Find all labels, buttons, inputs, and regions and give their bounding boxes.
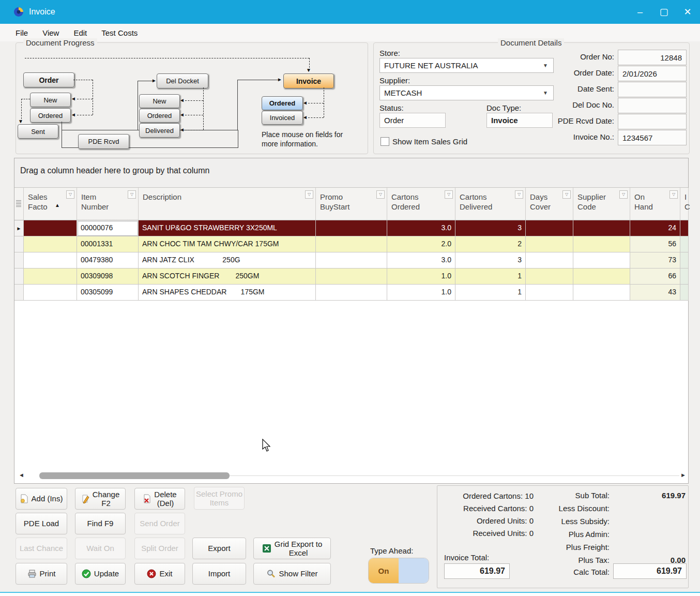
cell-supplier[interactable] (573, 269, 630, 285)
cell-desc[interactable]: ARN JATZ CLIX 250G (139, 252, 316, 269)
add-button[interactable]: Add (Ins) (16, 488, 67, 510)
filter-icon[interactable]: ▽ (128, 190, 136, 199)
group-by-area[interactable]: Drag a column header here to group by th… (14, 158, 688, 188)
table-row[interactable]: 00001331ARN CHOC TIM TAM CHWY/CAR 175GM2… (14, 236, 689, 252)
cell-cart_del[interactable]: 1 (455, 285, 526, 301)
cell-promo[interactable] (316, 236, 387, 252)
node-docket-new[interactable]: New (139, 94, 180, 108)
table-row[interactable]: ►00000076SANIT UP&GO STRAWBERRY 3X250ML3… (14, 220, 689, 236)
node-invoice-ordered[interactable]: Ordered (262, 96, 303, 110)
cell-sales[interactable] (24, 285, 77, 301)
column-header-partial[interactable]: IC (680, 188, 689, 220)
column-header-item[interactable]: ItemNumber▽ (77, 188, 139, 220)
filter-icon[interactable]: ▽ (445, 190, 453, 199)
cell-partial[interactable] (680, 285, 689, 301)
filter-icon[interactable]: ▽ (619, 190, 628, 199)
update-button[interactable]: Update (75, 563, 126, 585)
node-del-docket[interactable]: Del Docket (157, 73, 208, 88)
toggle-on-segment[interactable]: On (369, 558, 399, 583)
menu-item-view[interactable]: View (42, 28, 59, 37)
cell-sales[interactable] (24, 252, 77, 269)
filter-icon[interactable]: ▽ (376, 190, 385, 199)
node-invoiced[interactable]: Invoiced (262, 111, 303, 125)
find-button[interactable]: Find F9 (75, 513, 126, 534)
column-header-cart_del[interactable]: CartonsDelivered▽ (455, 188, 526, 220)
cell-item[interactable]: 00001331 (77, 236, 139, 252)
pde-load-button[interactable]: PDE Load (16, 513, 67, 534)
cell-days[interactable] (526, 285, 573, 301)
export-button[interactable]: Export (192, 538, 246, 559)
cell-on_hand[interactable]: 24 (630, 220, 680, 236)
cell-promo[interactable] (316, 285, 387, 301)
filter-icon[interactable]: ▽ (515, 190, 523, 199)
import-button[interactable]: Import (192, 563, 246, 585)
cell-desc[interactable]: ARN SHAPES CHEDDAR 175GM (139, 285, 316, 301)
cell-supplier[interactable] (573, 220, 630, 236)
menu-item-file[interactable]: File (16, 28, 28, 37)
toggle-off-segment[interactable] (399, 558, 429, 583)
filter-icon[interactable]: ▽ (669, 190, 678, 199)
grid-export-button[interactable]: Grid Export to Excel (253, 538, 331, 559)
cell-supplier[interactable] (573, 285, 630, 301)
cell-on_hand[interactable]: 56 (630, 236, 680, 252)
node-order-sent[interactable]: Sent (18, 124, 58, 139)
cell-cart_del[interactable]: 2 (455, 236, 526, 252)
cell-supplier[interactable] (573, 252, 630, 269)
node-invoice[interactable]: Invoice (283, 73, 334, 88)
node-order[interactable]: Order (23, 72, 74, 87)
node-docket-delivered[interactable]: Delivered (139, 123, 180, 138)
cell-item[interactable]: 00309098 (77, 269, 139, 285)
cell-promo[interactable] (316, 220, 387, 236)
print-button[interactable]: Print (16, 563, 67, 585)
column-header-on_hand[interactable]: OnHand▽ (630, 188, 680, 220)
cell-cart_ord[interactable]: 2.0 (387, 236, 455, 252)
cell-item[interactable]: 00305099 (77, 285, 139, 301)
column-header-sales[interactable]: SalesFacto▽▲ (24, 188, 77, 220)
cell-cart_del[interactable]: 3 (455, 220, 526, 236)
exit-button[interactable]: Exit (134, 563, 185, 585)
table-row[interactable]: 00479380ARN JATZ CLIX 250G3.0373 (14, 252, 689, 269)
cell-cart_ord[interactable]: 3.0 (387, 220, 455, 236)
column-header-promo[interactable]: PromoBuyStart▽ (316, 188, 387, 220)
cell-desc[interactable]: ARN SCOTCH FINGER 250GM (139, 269, 316, 285)
cell-cart_del[interactable]: 3 (455, 252, 526, 269)
cell-days[interactable] (526, 220, 573, 236)
cell-days[interactable] (526, 269, 573, 285)
cell-desc[interactable]: SANIT UP&GO STRAWBERRY 3X250ML (139, 220, 316, 236)
cell-cart_ord[interactable]: 1.0 (387, 269, 455, 285)
node-pde-rcvd[interactable]: PDE Rcvd (78, 134, 129, 149)
order-no-field[interactable]: 12848 (618, 50, 687, 65)
type-ahead-toggle[interactable]: On (368, 558, 429, 584)
cell-sales[interactable] (24, 236, 77, 252)
menu-item-edit[interactable]: Edit (73, 28, 87, 37)
scroll-left-icon[interactable]: ◄ (19, 472, 24, 478)
scroll-right-icon[interactable]: ► (680, 472, 686, 478)
menu-item-test-costs[interactable]: Test Costs (101, 28, 138, 37)
status-field[interactable]: Order (379, 113, 446, 128)
cell-partial[interactable] (680, 236, 689, 252)
show-filter-button[interactable]: Show Filter (253, 563, 331, 585)
node-docket-ordered[interactable]: Ordered (139, 109, 180, 123)
filter-icon[interactable]: ▽ (66, 190, 74, 199)
column-header-supplier[interactable]: SupplierCode▽ (573, 188, 630, 220)
node-order-new[interactable]: New (30, 93, 71, 107)
cell-cart_del[interactable]: 1 (455, 269, 526, 285)
order-date-field[interactable]: 2/01/2026 (618, 66, 687, 81)
cell-supplier[interactable] (573, 236, 630, 252)
cell-desc[interactable]: ARN CHOC TIM TAM CHWY/CAR 175GM (139, 236, 316, 252)
cell-days[interactable] (526, 236, 573, 252)
del-doc-no-field[interactable] (618, 98, 687, 113)
cell-cart_ord[interactable]: 3.0 (387, 252, 455, 269)
cell-item[interactable]: 00000076 (77, 220, 139, 236)
table-row[interactable]: 00309098ARN SCOTCH FINGER 250GM1.0166 (14, 269, 689, 285)
del-button[interactable]: Delete (Del) (134, 488, 185, 510)
node-order-ordered[interactable]: Ordered (30, 108, 71, 123)
cell-promo[interactable] (316, 269, 387, 285)
change-button[interactable]: Change F2 (75, 488, 126, 510)
cell-sales[interactable] (24, 269, 77, 285)
chevron-down-icon[interactable]: ▼ (543, 63, 548, 68)
filter-icon[interactable]: ▽ (305, 190, 313, 199)
cell-partial[interactable] (680, 252, 689, 269)
cell-sales[interactable] (24, 220, 77, 236)
cell-promo[interactable] (316, 252, 387, 269)
